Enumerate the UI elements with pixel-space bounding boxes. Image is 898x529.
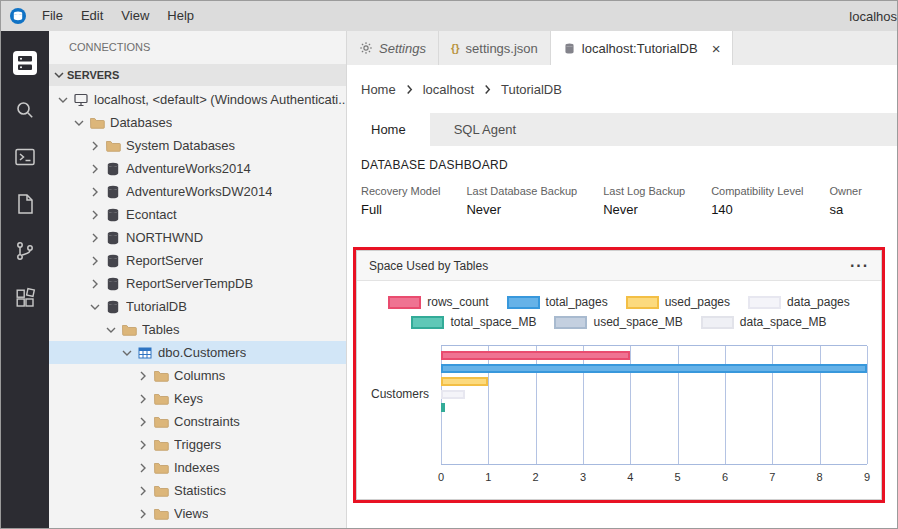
dashboard-properties: Recovery ModelFullLast Database BackupNe… <box>361 185 885 217</box>
breadcrumb-item-home[interactable]: Home <box>361 82 396 97</box>
search-icon <box>14 99 36 125</box>
tree-item-label: Econtact <box>126 207 177 222</box>
legend-row: total_space_MBused_space_MBdata_space_MB <box>411 315 826 329</box>
extensions-icon <box>14 287 36 313</box>
chart-bar-row <box>441 364 867 373</box>
tree-item-keys[interactable]: Keys <box>49 387 346 410</box>
tree-item-databases[interactable]: Databases <box>49 111 346 134</box>
menu-view[interactable]: View <box>112 1 158 31</box>
sidebar: CONNECTIONS SERVERS localhost, <default>… <box>49 31 347 528</box>
tree-item-views[interactable]: Views <box>49 502 346 525</box>
legend-label: total_pages <box>546 295 608 309</box>
chart-bar-total-pages <box>441 364 867 373</box>
legend-swatch <box>626 296 659 309</box>
servers-section-header[interactable]: SERVERS <box>49 64 346 86</box>
menu-file[interactable]: File <box>33 1 72 31</box>
tree-item-northwnd[interactable]: NORTHWND <box>49 226 346 249</box>
x-tick-label: 4 <box>627 471 633 483</box>
chevron-down-icon <box>55 92 71 108</box>
tab-home[interactable]: Home <box>347 113 430 146</box>
legend-item-total-space-mb[interactable]: total_space_MB <box>411 315 536 329</box>
legend-swatch <box>388 296 421 309</box>
property-label: Last Database Backup <box>466 185 577 197</box>
tree-item-label: Databases <box>110 115 172 130</box>
tab-sql-agent[interactable]: SQL Agent <box>430 113 540 146</box>
tree-item-statistics[interactable]: Statistics <box>49 479 346 502</box>
tree-item-constraints[interactable]: Constraints <box>49 410 346 433</box>
property-owner: Ownersa <box>829 185 861 217</box>
tree-item-label: System Databases <box>126 138 235 153</box>
tree-item-dbo-customers[interactable]: dbo.Customers <box>49 341 346 364</box>
tree-item-indexes[interactable]: Indexes <box>49 456 346 479</box>
folder-icon <box>153 414 169 430</box>
legend-item-used-space-mb[interactable]: used_space_MB <box>554 315 682 329</box>
chart: Customers 0123456789 <box>371 345 867 489</box>
chart-bar-used-pages <box>441 377 488 386</box>
chevron-right-icon <box>87 276 103 292</box>
tree-item-tutorialdb[interactable]: TutorialDB <box>49 295 346 318</box>
database-icon <box>105 184 121 200</box>
tree-item-label: Statistics <box>174 483 226 498</box>
chevron-right-icon <box>87 253 103 269</box>
activity-search-button[interactable] <box>1 88 49 135</box>
titlebar: File Edit View Help localhos <box>1 1 897 31</box>
legend-item-data-pages[interactable]: data_pages <box>748 295 850 309</box>
tree-item-label: AdventureWorksDW2014 <box>126 184 272 199</box>
tree-item-columns[interactable]: Columns <box>49 364 346 387</box>
tree-item-system-databases[interactable]: System Databases <box>49 134 346 157</box>
activity-terminal-button[interactable] <box>1 135 49 182</box>
chart-bars <box>441 346 867 442</box>
table-icon <box>137 345 153 361</box>
x-tick-label: 8 <box>817 471 823 483</box>
menu-edit[interactable]: Edit <box>72 1 112 31</box>
menu-help[interactable]: Help <box>158 1 203 31</box>
editor-tab-settings[interactable]: Settings <box>347 31 439 65</box>
tree-item-adventureworks2014[interactable]: AdventureWorks2014 <box>49 157 346 180</box>
source-control-icon <box>14 240 36 266</box>
tree-item-adventureworksdw2014[interactable]: AdventureWorksDW2014 <box>49 180 346 203</box>
editor-tab-localhost-tutorialdb[interactable]: localhost:TutorialDB× <box>551 31 734 65</box>
chevron-right-icon <box>135 506 151 522</box>
property-label: Recovery Model <box>361 185 440 197</box>
widget-menu-button[interactable]: ··· <box>850 261 869 271</box>
legend-swatch <box>411 316 444 329</box>
legend-item-total-pages[interactable]: total_pages <box>507 295 608 309</box>
tree-item-triggers[interactable]: Triggers <box>49 433 346 456</box>
x-tick-label: 2 <box>533 471 539 483</box>
chevron-right-icon <box>87 230 103 246</box>
tree-item-localhost-default-windows-authenticati[interactable]: localhost, <default> (Windows Authentica… <box>49 88 346 111</box>
property-last-database-backup: Last Database BackupNever <box>466 185 577 217</box>
activity-connections-button[interactable] <box>1 41 49 88</box>
tree-item-tables[interactable]: Tables <box>49 318 346 341</box>
database-icon <box>105 299 121 315</box>
legend-item-used-pages[interactable]: used_pages <box>626 295 730 309</box>
activity-file-button[interactable] <box>1 182 49 229</box>
legend-item-rows-count[interactable]: rows_count <box>388 295 488 309</box>
breadcrumb: HomelocalhostTutorialDB <box>347 65 897 113</box>
chevron-right-icon <box>405 84 414 95</box>
chevron-right-icon <box>135 437 151 453</box>
property-value: Never <box>466 202 577 217</box>
legend-label: rows_count <box>427 295 488 309</box>
legend-swatch <box>748 296 781 309</box>
window-title: localhos <box>849 9 897 24</box>
tree-item-reportservertempdb[interactable]: ReportServerTempDB <box>49 272 346 295</box>
close-icon[interactable]: × <box>712 41 721 56</box>
dashboard: DATABASE DASHBOARD Recovery ModelFullLas… <box>347 146 897 528</box>
breadcrumb-item-tutorialdb[interactable]: TutorialDB <box>501 82 562 97</box>
property-last-log-backup: Last Log BackupNever <box>603 185 685 217</box>
property-value: Full <box>361 202 440 217</box>
legend-item-data-space-mb[interactable]: data_space_MB <box>701 315 827 329</box>
editor-tab-settings-json[interactable]: {}settings.json <box>439 31 551 65</box>
tree-item-label: dbo.Customers <box>158 345 246 360</box>
chart-bar-rows-count <box>441 351 630 360</box>
tree-item-label: NORTHWND <box>126 230 203 245</box>
folder-icon <box>153 506 169 522</box>
chevron-down-icon <box>71 115 87 131</box>
activity-source-control-button[interactable] <box>1 229 49 276</box>
breadcrumb-item-localhost[interactable]: localhost <box>423 82 474 97</box>
tree-item-econtact[interactable]: Econtact <box>49 203 346 226</box>
activity-extensions-button[interactable] <box>1 276 49 323</box>
x-tick-label: 0 <box>438 471 444 483</box>
tree-item-reportserver[interactable]: ReportServer <box>49 249 346 272</box>
